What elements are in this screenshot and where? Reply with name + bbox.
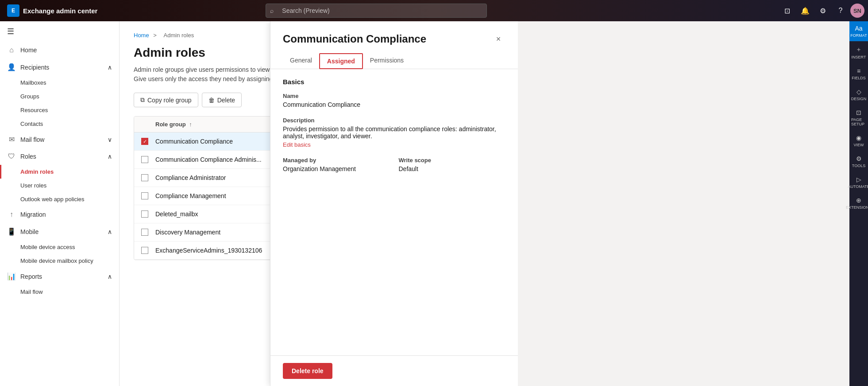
detail-tabs: General Assigned Permissions: [270, 46, 518, 69]
tools-icon: ⚙: [856, 155, 862, 162]
hamburger-button[interactable]: ☰: [0, 21, 119, 42]
ribbon-design[interactable]: ◇ DESIGN: [849, 85, 868, 105]
checkbox-4[interactable]: [141, 211, 148, 218]
ribbon-design-label: DESIGN: [851, 97, 867, 101]
design-icon: ◇: [856, 88, 861, 95]
settings-icon[interactable]: ⚙: [815, 3, 831, 19]
sidebar-section-mailflow[interactable]: ✉ Mail flow ∨: [0, 131, 119, 148]
sidebar-mailflow-label: Mail flow: [20, 136, 44, 143]
tab-permissions[interactable]: Permissions: [363, 53, 411, 69]
ribbon-page-setup[interactable]: ⊡ PAGE SETUP: [849, 105, 868, 130]
reports-icon: 📊: [7, 272, 16, 281]
checkbox-0[interactable]: [141, 138, 148, 145]
ribbon-view[interactable]: ◉ VIEW: [849, 131, 868, 151]
topbar: E Exchange admin center ⌕ ⊡ 🔔 ⚙ ? SN: [0, 0, 868, 21]
admin-roles-label: Admin roles: [20, 168, 54, 175]
copy-icon: ⧉: [140, 96, 145, 104]
topbar-right: ⊡ 🔔 ⚙ ? SN: [779, 3, 868, 19]
sidebar-item-outlook-web-app-policies[interactable]: Outlook web app policies: [0, 192, 119, 206]
extensions-icon: ⊕: [856, 197, 861, 204]
search-input[interactable]: [266, 4, 487, 18]
sidebar-item-admin-roles[interactable]: Admin roles: [0, 165, 119, 179]
detail-title: Communication Compliance: [283, 33, 426, 45]
row-check-0[interactable]: [141, 138, 155, 145]
row-check-6[interactable]: [141, 247, 155, 254]
copy-role-group-button[interactable]: ⧉ Copy role group: [134, 93, 198, 107]
mobile-device-mailbox-policy-label: Mobile device mailbox policy: [20, 257, 93, 264]
format-icon: Aa: [855, 25, 862, 32]
sidebar-item-mobile-device-mailbox-policy[interactable]: Mobile device mailbox policy: [0, 254, 119, 268]
sidebar-item-mobile-device-access[interactable]: Mobile device access: [0, 240, 119, 254]
insert-icon: ＋: [856, 46, 862, 54]
monitor-icon[interactable]: ⊡: [779, 3, 795, 19]
sidebar-section-recipients[interactable]: 👤 Recipients ∧: [0, 58, 119, 76]
avatar[interactable]: SN: [850, 4, 864, 18]
detail-name-label: Name: [283, 93, 505, 99]
detail-footer: Delete role: [270, 355, 518, 386]
sidebar-item-contacts[interactable]: Contacts: [0, 117, 119, 131]
home-icon: ⌂: [7, 46, 16, 54]
sidebar-section-reports[interactable]: 📊 Reports ∧: [0, 268, 119, 285]
ribbon-panel: Aa FORMAT ＋ INSERT ≡ FIELDS ◇ DESIGN ⊡ P…: [849, 0, 868, 386]
row-check-4[interactable]: [141, 211, 155, 218]
detail-description-label: Description: [283, 117, 505, 124]
checkbox-2[interactable]: [141, 174, 148, 181]
row-check-2[interactable]: [141, 174, 155, 181]
sidebar-item-home[interactable]: ⌂ Home: [0, 42, 119, 58]
bell-icon[interactable]: 🔔: [797, 3, 813, 19]
row-check-1[interactable]: [141, 156, 155, 163]
sort-icon: ↑: [189, 121, 192, 128]
ribbon-automate-label: AUTOMATE: [848, 184, 868, 189]
detail-body: Basics Name Communication Compliance Des…: [270, 69, 518, 355]
help-icon[interactable]: ?: [833, 3, 849, 19]
close-icon: ×: [496, 35, 501, 44]
delete-label: Delete: [217, 97, 235, 104]
sidebar-item-groups[interactable]: Groups: [0, 90, 119, 103]
tab-assigned-label: Assigned: [327, 58, 355, 65]
ribbon-automate[interactable]: ▷ AUTOMATE: [849, 172, 868, 192]
sidebar-item-mail-flow[interactable]: Mail flow: [0, 285, 119, 299]
ribbon-tools-label: TOOLS: [852, 164, 865, 168]
delete-button[interactable]: 🗑 Delete: [202, 93, 242, 107]
search-container: ⌕: [266, 4, 487, 18]
layout: ☰ ⌂ Home 👤 Recipients ∧ Mailboxes Groups…: [0, 21, 518, 386]
row-check-3[interactable]: [141, 192, 155, 199]
automate-icon: ▷: [856, 176, 861, 183]
edit-basics-link[interactable]: Edit basics: [283, 141, 311, 148]
close-button[interactable]: ×: [491, 32, 505, 46]
checkbox-5[interactable]: [141, 229, 148, 236]
migration-icon: ↑: [7, 211, 16, 218]
ribbon-format[interactable]: Aa FORMAT: [849, 21, 868, 41]
row-check-5[interactable]: [141, 229, 155, 236]
delete-icon: 🗑: [208, 97, 215, 104]
checkbox-3[interactable]: [141, 192, 148, 199]
view-icon: ◉: [856, 134, 861, 141]
roles-chevron-icon: ∧: [108, 153, 112, 160]
sidebar-item-resources[interactable]: Resources: [0, 103, 119, 117]
outlook-web-app-policies-label: Outlook web app policies: [20, 196, 85, 203]
checkbox-1[interactable]: [141, 156, 148, 163]
ribbon-view-label: VIEW: [853, 143, 864, 147]
tab-general[interactable]: General: [283, 53, 319, 69]
ribbon-extensions[interactable]: ⊕ EXTENSIONS: [849, 193, 868, 213]
delete-role-button[interactable]: Delete role: [283, 363, 332, 379]
sidebar-migration-label: Migration: [20, 211, 46, 218]
breadcrumb-home[interactable]: Home: [134, 32, 149, 39]
ribbon-fields[interactable]: ≡ FIELDS: [849, 64, 868, 84]
sidebar: ☰ ⌂ Home 👤 Recipients ∧ Mailboxes Groups…: [0, 21, 120, 386]
search-icon: ⌕: [270, 7, 274, 14]
sidebar-reports-label: Reports: [20, 273, 42, 280]
sidebar-section-mobile[interactable]: 📱 Mobile ∧: [0, 223, 119, 240]
main-content: Home > Admin roles Admin roles Admin rol…: [120, 21, 518, 386]
checkbox-6[interactable]: [141, 247, 148, 254]
ribbon-tools[interactable]: ⚙ TOOLS: [849, 152, 868, 172]
sidebar-item-migration[interactable]: ↑ Migration: [0, 206, 119, 223]
mailboxes-label: Mailboxes: [20, 79, 46, 86]
tab-assigned[interactable]: Assigned: [319, 53, 363, 69]
sidebar-item-user-roles[interactable]: User roles: [0, 179, 119, 192]
sidebar-item-mailboxes[interactable]: Mailboxes: [0, 76, 119, 90]
detail-description-field: Description Provides permission to all t…: [283, 117, 505, 148]
ribbon-insert[interactable]: ＋ INSERT: [849, 42, 868, 63]
breadcrumb-current: Admin roles: [164, 32, 194, 39]
sidebar-section-roles[interactable]: 🛡 Roles ∧: [0, 148, 119, 165]
